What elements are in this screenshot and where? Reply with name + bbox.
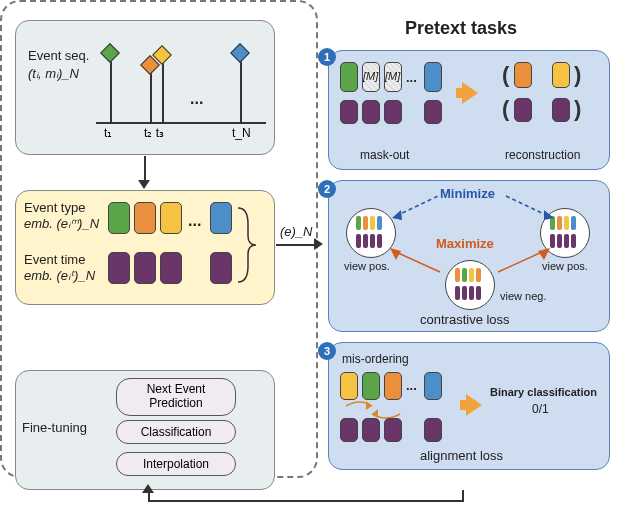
- time-emb-1: [108, 252, 130, 284]
- t1-recon-time-1: [514, 98, 532, 122]
- t1-time-1: [340, 100, 358, 124]
- emb-ellipsis: ...: [188, 212, 201, 230]
- tick-tn: t_N: [232, 126, 251, 140]
- svg-line-2: [506, 196, 548, 216]
- t2-viewpos-r: view pos.: [542, 260, 588, 272]
- t2-max-arrow-right: [490, 248, 550, 278]
- arrow-pretext-to-fine-h: [148, 500, 464, 502]
- arrow-emb-to-pretext-head: [314, 238, 323, 250]
- type-emb-blue: [210, 202, 232, 234]
- type-emb-yellow: [160, 202, 182, 234]
- t1-reconstruction-label: reconstruction: [505, 148, 580, 162]
- t3-misorder-label: mis-ordering: [342, 352, 409, 366]
- timeline-axis: [96, 122, 266, 124]
- pretext-title: Pretext tasks: [405, 18, 517, 39]
- t1-mask-label-2: [M]: [385, 70, 400, 82]
- t2-max-arrow-left: [390, 248, 450, 278]
- t3-time-1: [340, 418, 358, 442]
- svg-marker-8: [366, 401, 372, 410]
- t3-binary-label: Binary classification: [490, 386, 597, 398]
- t1-ellipsis: ...: [406, 70, 417, 85]
- emb-time-2: emb. (eᵢᵗ)_N: [24, 268, 95, 283]
- t3-fat-arrow-icon: [466, 394, 482, 416]
- badge-1: 1: [318, 48, 336, 66]
- emb-type-2: emb. (eᵢᵐ)_N: [24, 216, 99, 231]
- t2-viewneg: view neg.: [500, 290, 546, 302]
- event-seq-label-1: Event seq.: [28, 48, 89, 63]
- t3-ellipsis: ...: [406, 378, 417, 393]
- arrow-seq-to-emb-head: [138, 180, 150, 189]
- svg-line-6: [498, 252, 542, 272]
- t1-bracket-l2: (: [502, 96, 509, 122]
- t3-zero-one: 0/1: [532, 402, 549, 416]
- time-emb-n: [210, 252, 232, 284]
- t3-time-n: [424, 418, 442, 442]
- t1-time-n: [424, 100, 442, 124]
- event-seq-label-2: (tᵢ, mᵢ)_N: [28, 66, 79, 81]
- badge-2: 2: [318, 180, 336, 198]
- t2-min-arrow-right: [500, 192, 554, 222]
- arrow-pretext-to-fine-head: [142, 484, 154, 493]
- emb-bracket-icon: [234, 204, 264, 286]
- t3-type-blue: [424, 372, 442, 400]
- t3-time-2: [362, 418, 380, 442]
- t3-type-green: [362, 372, 380, 400]
- type-emb-orange: [134, 202, 156, 234]
- seq-ellipsis: ...: [190, 90, 203, 108]
- t3-swap-arrows-icon: [338, 400, 408, 420]
- t1-bracket-r1: ): [574, 62, 581, 88]
- t2-viewpos-l: view pos.: [344, 260, 390, 272]
- svg-marker-3: [544, 210, 554, 220]
- tick-t1: t₁: [104, 126, 112, 140]
- t1-fat-arrow-icon: [462, 82, 478, 104]
- emb-time-1: Event time: [24, 252, 85, 267]
- t1-time-3: [384, 100, 402, 124]
- event-stem-1: [110, 60, 112, 122]
- svg-marker-1: [392, 210, 402, 220]
- t1-type-blue: [424, 62, 442, 92]
- svg-line-4: [396, 252, 440, 272]
- arrow-pretext-to-fine-u: [148, 492, 150, 502]
- t3-caption: alignment loss: [420, 448, 503, 463]
- t1-recon-yellow: [552, 62, 570, 88]
- finetune-item-class: Classification: [116, 420, 236, 444]
- badge-3: 3: [318, 342, 336, 360]
- t1-maskout-label: mask-out: [360, 148, 409, 162]
- arrow-emb-to-pretext-line: [276, 244, 316, 246]
- t1-bracket-r2: ): [574, 96, 581, 122]
- event-stem-3: [162, 62, 164, 122]
- t1-recon-orange: [514, 62, 532, 88]
- svg-marker-7: [538, 248, 550, 260]
- finetune-item-interp: Interpolation: [116, 452, 236, 476]
- emb-type-1: Event type: [24, 200, 85, 215]
- t2-caption: contrastive loss: [420, 312, 510, 327]
- svg-line-0: [396, 196, 438, 216]
- t2-min-arrow-left: [392, 192, 446, 222]
- t3-type-yellow: [340, 372, 358, 400]
- t1-type-green: [340, 62, 358, 92]
- t1-bracket-l1: (: [502, 62, 509, 88]
- time-emb-2: [134, 252, 156, 284]
- time-emb-3: [160, 252, 182, 284]
- arrow-emb-label: (e)_N: [280, 224, 313, 239]
- arrow-seq-to-emb-line: [144, 156, 146, 182]
- t3-time-3: [384, 418, 402, 442]
- finetune-title: Fine-tuning: [22, 420, 87, 435]
- event-stem-n: [240, 60, 242, 122]
- finetune-item-next: Next Event Prediction: [116, 378, 236, 416]
- t1-recon-time-2: [552, 98, 570, 122]
- t1-time-2: [362, 100, 380, 124]
- event-stem-2: [150, 70, 152, 122]
- t1-mask-label-1: [M]: [363, 70, 378, 82]
- t3-type-orange: [384, 372, 402, 400]
- type-emb-green: [108, 202, 130, 234]
- svg-marker-9: [372, 409, 378, 418]
- t2-minimize-label: Minimize: [440, 186, 495, 201]
- tick-t2t3: t₂ t₃: [144, 126, 164, 140]
